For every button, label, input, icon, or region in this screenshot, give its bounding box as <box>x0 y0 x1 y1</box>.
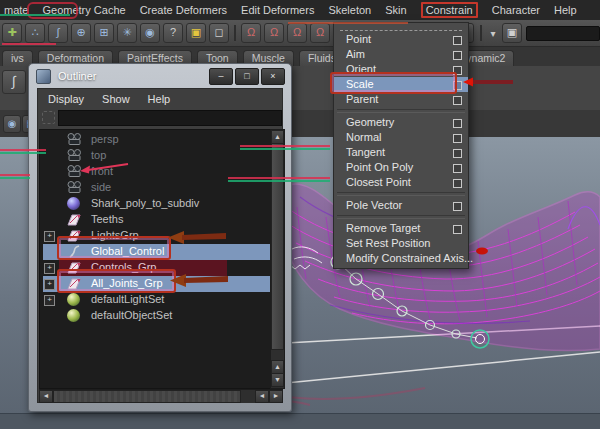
camera-icon <box>67 133 82 146</box>
control-circle-line <box>286 352 600 383</box>
outliner-menu-display[interactable]: Display <box>48 93 84 105</box>
snap-grid-icon[interactable]: Ω <box>241 23 261 43</box>
menu-character[interactable]: Character <box>492 4 540 16</box>
menu-constrain[interactable]: Constrain <box>421 2 478 18</box>
expand-icon[interactable]: + <box>44 263 55 274</box>
scroll-left-button[interactable]: ◄ <box>255 390 269 403</box>
snap-curve-icon[interactable]: Ω <box>264 23 284 43</box>
option-box-icon[interactable] <box>453 225 462 234</box>
set-icon <box>67 293 82 306</box>
outliner-row-defaultobjectset[interactable]: defaultObjectSet <box>43 308 270 324</box>
vertical-scrollbar[interactable]: ▲ ▲ ▼ <box>270 129 285 389</box>
circle-icon[interactable]: ◉ <box>3 115 21 133</box>
scroll-left-button[interactable]: ◄ <box>39 390 53 403</box>
snap-view-icon[interactable]: Ω <box>310 23 330 43</box>
option-box-icon[interactable] <box>453 66 462 75</box>
menu-item-orient[interactable]: Orient <box>334 62 468 77</box>
outliner-row-side[interactable]: side <box>43 180 270 196</box>
main-menubar: mate Geometry Cache Create Deformers Edi… <box>0 0 600 20</box>
outliner-tree[interactable]: persp top front side Shark_poly_to_subdi… <box>39 129 271 389</box>
option-box-icon[interactable] <box>453 51 462 60</box>
scrollbar-thumb[interactable] <box>271 143 284 350</box>
joint-tool-icon[interactable]: ∴ <box>25 23 45 43</box>
menu-separator <box>337 215 465 219</box>
option-box-icon[interactable] <box>453 96 462 105</box>
scroll-up-button[interactable]: ▲ <box>271 360 284 374</box>
minimize-button[interactable]: – <box>209 68 233 85</box>
menu-item-modify-constrained-axis[interactable]: Modify Constrained Axis... <box>334 251 468 266</box>
outliner-search-input[interactable] <box>58 110 282 126</box>
close-button[interactable]: × <box>261 68 285 85</box>
menu-item-geometry[interactable]: Geometry <box>334 115 468 130</box>
option-box-icon[interactable] <box>453 164 462 173</box>
option-box-icon[interactable] <box>453 134 462 143</box>
select-tool-icon[interactable]: ▣ <box>502 23 522 43</box>
scroll-up-button[interactable]: ▲ <box>271 130 284 144</box>
outliner-row-defaultlightset[interactable]: + defaultLightSet <box>43 292 270 308</box>
horizontal-scrollbar[interactable]: ◄ ◄ ► <box>39 389 283 403</box>
scroll-down-button[interactable]: ▼ <box>271 373 284 387</box>
menu-item-aim[interactable]: Aim <box>334 47 468 62</box>
menu-item-remove-target[interactable]: Remove Target <box>334 221 468 236</box>
camera-icon <box>67 149 82 162</box>
expand-icon[interactable]: + <box>44 295 55 306</box>
menu-skin[interactable]: Skin <box>385 4 406 16</box>
option-box-icon[interactable] <box>453 119 462 128</box>
outliner-window[interactable]: Outliner – □ × Display Show Help persp <box>28 63 292 412</box>
menu-help[interactable]: Help <box>554 4 577 16</box>
menu-tearoff[interactable] <box>340 25 462 31</box>
outliner-row-controls-grp[interactable]: + Controls_Grp <box>43 260 270 276</box>
scroll-right-button[interactable]: ► <box>269 390 283 403</box>
menu-item-pole-vector[interactable]: Pole Vector <box>334 198 468 213</box>
menu-animate[interactable]: mate <box>4 4 28 16</box>
menu-item-tangent[interactable]: Tangent <box>334 145 468 160</box>
outliner-row-lightsgrp[interactable]: + LightsGrp <box>43 228 270 244</box>
dropdown-caret-icon[interactable]: ▾ <box>488 28 498 39</box>
scrollbar-thumb[interactable] <box>53 390 241 403</box>
camera-icon <box>67 165 82 178</box>
menu-create-deformers[interactable]: Create Deformers <box>140 4 227 16</box>
geometry-ball-icon[interactable]: ◉ <box>140 23 160 43</box>
option-box-icon[interactable] <box>453 202 462 211</box>
outliner-row-front[interactable]: front <box>43 164 270 180</box>
shelf-curve-tool-icon[interactable]: ∫ <box>2 70 26 94</box>
outliner-row-global-control[interactable]: Global_Control <box>43 244 270 260</box>
menu-skeleton[interactable]: Skeleton <box>328 4 371 16</box>
outliner-row-all-joints-grp[interactable]: + All_Joints_Grp <box>43 276 270 292</box>
menu-item-normal[interactable]: Normal <box>334 130 468 145</box>
outliner-row-top[interactable]: top <box>43 148 270 164</box>
menu-geometry-cache[interactable]: Geometry Cache <box>42 4 125 16</box>
option-box-icon[interactable] <box>453 149 462 158</box>
menu-item-set-rest-position[interactable]: Set Rest Position <box>334 236 468 251</box>
curve-tool-icon[interactable]: ∫ <box>48 23 68 43</box>
menu-item-point[interactable]: Point <box>334 32 468 47</box>
menu-item-parent[interactable]: Parent <box>334 92 468 107</box>
transform-icon <box>67 261 82 274</box>
snap-point-icon[interactable]: Ω <box>287 23 307 43</box>
lattice-icon[interactable]: ⊞ <box>94 23 114 43</box>
option-box-icon[interactable] <box>453 36 462 45</box>
maya-application-window: mate Geometry Cache Create Deformers Edi… <box>0 0 600 429</box>
menu-item-point-on-poly[interactable]: Point On Poly <box>334 160 468 175</box>
lock-icon[interactable]: ▣ <box>186 23 206 43</box>
outliner-row-shark-poly[interactable]: Shark_poly_to_subdiv <box>43 196 270 212</box>
menu-item-scale[interactable]: Scale <box>334 77 468 92</box>
outliner-menu-show[interactable]: Show <box>102 93 130 105</box>
option-box-icon[interactable] <box>453 81 462 90</box>
outliner-row-teeths[interactable]: Teeths <box>43 212 270 228</box>
outliner-menu-help[interactable]: Help <box>148 93 171 105</box>
menu-item-closest-point[interactable]: Closest Point <box>334 175 468 190</box>
help-icon[interactable]: ? <box>163 23 183 43</box>
maximize-button[interactable]: □ <box>235 68 259 85</box>
command-input[interactable] <box>526 26 600 41</box>
outliner-row-persp[interactable]: persp <box>43 132 270 148</box>
option-box-icon[interactable] <box>453 179 462 188</box>
expand-icon[interactable]: + <box>44 279 55 290</box>
menu-edit-deformers[interactable]: Edit Deformers <box>241 4 314 16</box>
cluster-icon[interactable]: ⊕ <box>71 23 91 43</box>
move-tool-icon[interactable]: ✚ <box>2 23 22 43</box>
select-box-icon[interactable]: ◻ <box>209 23 229 43</box>
filter-icon[interactable] <box>42 111 55 124</box>
expand-icon[interactable]: + <box>44 231 55 242</box>
particles-icon[interactable]: ✳ <box>117 23 137 43</box>
